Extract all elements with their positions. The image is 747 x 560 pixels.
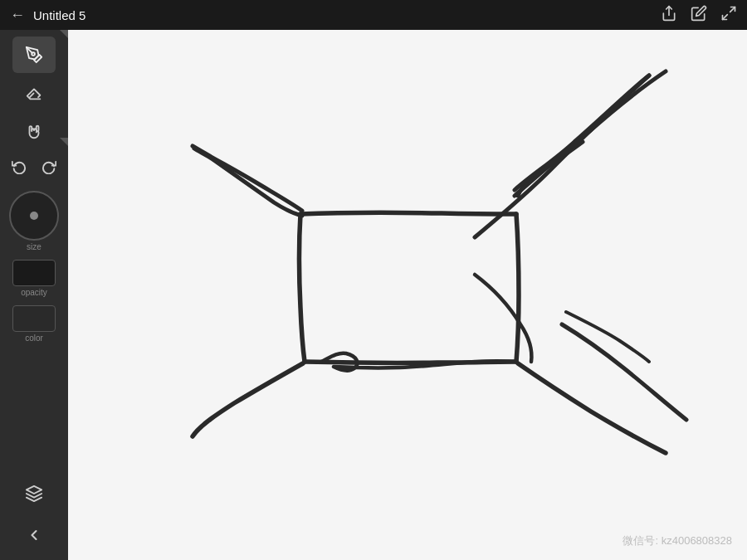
opacity-label: opacity <box>21 288 47 297</box>
header-right <box>661 5 737 26</box>
size-label: size <box>27 242 42 251</box>
svg-line-2 <box>723 14 728 19</box>
svg-line-1 <box>730 7 735 12</box>
back-button[interactable]: ← <box>10 7 25 24</box>
collapse-button[interactable] <box>12 517 56 553</box>
share-icon[interactable] <box>661 5 677 26</box>
layers-button[interactable] <box>12 475 56 512</box>
redo-button[interactable] <box>35 151 63 183</box>
pen-tool-button[interactable] <box>12 37 56 73</box>
sidebar: size opacity color <box>0 30 68 560</box>
header-left: ← Untitled 5 <box>10 7 85 24</box>
size-dot <box>30 212 38 220</box>
eraser-tool-button[interactable] <box>12 75 56 111</box>
pen-edit-icon[interactable] <box>691 5 707 26</box>
undo-redo-row <box>5 151 63 183</box>
page-title: Untitled 5 <box>33 8 85 22</box>
svg-point-3 <box>32 52 35 56</box>
color-swatch[interactable] <box>12 305 56 332</box>
size-control[interactable] <box>9 191 59 241</box>
opacity-swatch[interactable] <box>12 260 56 286</box>
header: ← Untitled 5 <box>0 0 747 30</box>
move-tool-button[interactable] <box>12 113 56 149</box>
sidebar-bottom <box>12 475 56 560</box>
color-label: color <box>25 334 43 343</box>
svg-marker-4 <box>27 486 42 494</box>
fullscreen-icon[interactable] <box>720 5 737 26</box>
drawing-canvas[interactable] <box>68 30 747 560</box>
canvas-area[interactable]: 微信号: kz4006808328 <box>68 30 747 560</box>
undo-button[interactable] <box>5 151 33 183</box>
